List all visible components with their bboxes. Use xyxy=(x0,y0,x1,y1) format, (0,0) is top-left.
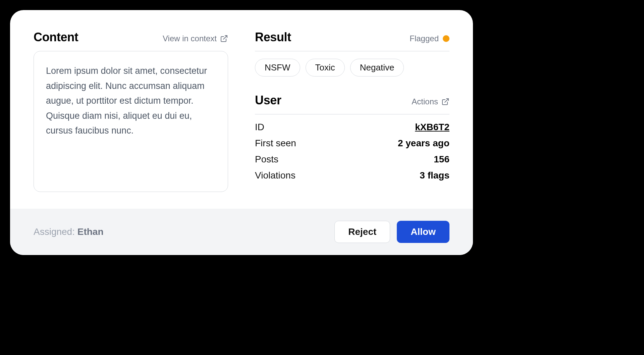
user-section: User Actions ID xyxy=(255,93,449,186)
user-title: User xyxy=(255,93,281,107)
result-title: Result xyxy=(255,30,291,44)
user-row-label: Violations xyxy=(255,170,296,181)
assigned-name: Ethan xyxy=(77,226,104,237)
status-dot-icon xyxy=(443,35,449,42)
user-row-label: Posts xyxy=(255,154,278,165)
right-column: Result Flagged NSFW Toxic Negative User xyxy=(255,30,449,192)
result-status: Flagged xyxy=(410,34,449,43)
external-link-icon xyxy=(441,98,449,106)
user-row-first-seen: First seen 2 years ago xyxy=(255,138,449,149)
footer-actions: Reject Allow xyxy=(334,221,449,243)
view-in-context-link[interactable]: View in context xyxy=(163,34,228,43)
user-row-violations: Violations 3 flags xyxy=(255,170,449,181)
reject-button[interactable]: Reject xyxy=(334,221,390,243)
user-row-posts: Posts 156 xyxy=(255,154,449,165)
view-in-context-label: View in context xyxy=(163,34,217,43)
tag-toxic: Toxic xyxy=(306,59,345,77)
external-link-icon xyxy=(220,35,228,43)
user-row-label: First seen xyxy=(255,138,296,149)
user-header: User Actions xyxy=(255,93,449,107)
assigned-text: Assigned: Ethan xyxy=(34,226,104,237)
user-row-id: ID kXB6T2 xyxy=(255,122,449,133)
user-actions-label: Actions xyxy=(412,97,438,106)
tag-nsfw: NSFW xyxy=(255,59,300,77)
result-header: Result Flagged xyxy=(255,30,449,44)
result-status-label: Flagged xyxy=(410,34,439,43)
user-row-label: ID xyxy=(255,122,264,133)
user-divider xyxy=(255,114,449,114)
moderation-card: Content View in context Lorem ipsum dolo… xyxy=(10,10,473,255)
user-row-value: 156 xyxy=(434,154,449,165)
content-header: Content View in context xyxy=(34,30,228,44)
user-actions-link[interactable]: Actions xyxy=(412,97,449,106)
main-area: Content View in context Lorem ipsum dolo… xyxy=(10,10,473,209)
svg-line-1 xyxy=(445,99,448,102)
content-body: Lorem ipsum dolor sit amet, consectetur … xyxy=(34,51,228,192)
user-row-value: 2 years ago xyxy=(398,138,449,149)
result-section: Result Flagged NSFW Toxic Negative xyxy=(255,30,449,93)
allow-button[interactable]: Allow xyxy=(397,221,449,243)
footer: Assigned: Ethan Reject Allow xyxy=(10,209,473,255)
tag-negative: Negative xyxy=(350,59,404,77)
assigned-label: Assigned: xyxy=(34,226,77,237)
result-divider xyxy=(255,51,449,51)
result-tags: NSFW Toxic Negative xyxy=(255,59,449,77)
content-section: Content View in context Lorem ipsum dolo… xyxy=(34,30,228,192)
svg-line-0 xyxy=(223,36,227,39)
user-row-value: 3 flags xyxy=(420,170,449,181)
user-id-link[interactable]: kXB6T2 xyxy=(415,122,449,133)
content-title: Content xyxy=(34,30,78,44)
